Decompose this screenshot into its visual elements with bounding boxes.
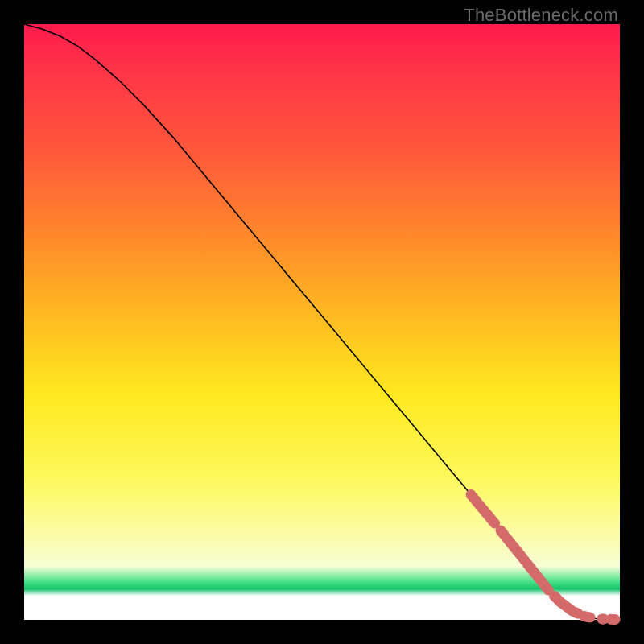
chart-container: TheBottleneck.com [0, 0, 644, 644]
highlight-dot [585, 613, 596, 623]
curve-line [24, 24, 620, 620]
watermark-text: TheBottleneck.com [464, 5, 618, 26]
highlight-markers [466, 489, 621, 625]
highlight-dot [610, 614, 621, 625]
chart-svg [24, 24, 620, 620]
plot-area [24, 24, 620, 620]
